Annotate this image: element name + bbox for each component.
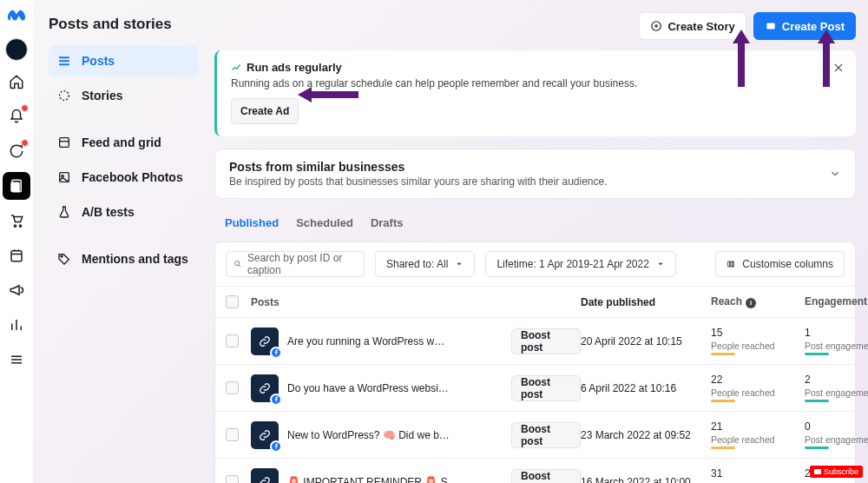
trend-icon [231, 63, 241, 73]
sidebar-item-abtests[interactable]: A/B tests [49, 196, 199, 228]
table-row[interactable]: New to WordPress? 🧠 Did we b…Boost post2… [215, 412, 855, 459]
row-checkbox[interactable] [226, 428, 239, 441]
svg-rect-4 [11, 251, 22, 261]
lifetime-filter[interactable]: Lifetime: 1 Apr 2019-21 Apr 2022 [485, 251, 675, 277]
posts-table: Search by post ID or caption Shared to: … [214, 242, 856, 483]
row-checkbox[interactable] [226, 381, 239, 394]
sidebar-item-posts[interactable]: Posts [49, 45, 199, 76]
svg-rect-14 [766, 23, 774, 30]
search-input[interactable]: Search by post ID or caption [226, 251, 365, 277]
reach-metric: 21People reached [711, 420, 805, 449]
post-title: 🚨 IMPORTANT REMINDER 🚨 S… [287, 476, 511, 484]
shared-to-label: Shared to: All [386, 258, 448, 270]
button-label: Create Ad [240, 105, 289, 117]
row-checkbox[interactable] [226, 475, 239, 483]
svg-rect-6 [59, 60, 69, 62]
page-title: Posts and stories [49, 16, 199, 33]
rail-cart-icon[interactable] [3, 207, 30, 235]
tab-scheduled[interactable]: Scheduled [296, 213, 353, 233]
button-label: Create Story [667, 20, 734, 33]
search-icon [233, 259, 242, 269]
rail-posts-icon[interactable] [3, 172, 30, 200]
plus-circle-icon [650, 20, 662, 32]
boost-post-button[interactable]: Boost post [511, 469, 581, 484]
photo-icon [57, 170, 71, 184]
subscribe-overlay[interactable]: Subscribe [810, 466, 863, 478]
post-title: Do you have a WordPress websi… [287, 382, 511, 394]
grid-icon [57, 136, 71, 149]
boost-post-button[interactable]: Boost post [511, 375, 581, 401]
search-placeholder: Search by post ID or caption [247, 252, 357, 276]
post-thumbnail [251, 421, 279, 449]
row-checkbox[interactable] [226, 334, 239, 347]
svg-marker-21 [818, 30, 835, 87]
sidebar-item-photos[interactable]: Facebook Photos [49, 162, 199, 193]
sidebar-item-label: Mentions and tags [82, 252, 188, 266]
info-icon: i [746, 298, 756, 308]
sidebar-item-feed[interactable]: Feed and grid [49, 127, 199, 158]
sidebar-item-stories[interactable]: Stories [49, 80, 199, 111]
annotation-arrow [731, 30, 752, 87]
svg-marker-19 [298, 87, 358, 103]
select-all-checkbox[interactable] [226, 295, 239, 308]
main: Create Story Create Post Run ads regular… [211, 0, 868, 483]
avatar[interactable] [5, 38, 28, 61]
post-date: 16 March 2022 at 10:00 [581, 476, 711, 484]
facebook-badge-icon [270, 440, 282, 453]
rail-insights-icon[interactable] [3, 311, 30, 339]
customise-columns-button[interactable]: Customise columns [715, 251, 845, 277]
rail-megaphone-icon[interactable] [3, 276, 30, 304]
engagement-metric: 0Post engagements [805, 420, 868, 449]
shared-to-filter[interactable]: Shared to: All [375, 251, 475, 277]
reach-metric: 15People reached [711, 327, 805, 355]
engagement-metric: 1Post engagements [805, 327, 868, 355]
post-title: New to WordPress? 🧠 Did we b… [287, 429, 511, 441]
table-row[interactable]: Do you have a WordPress websi…Boost post… [215, 365, 855, 412]
rail-calendar-icon[interactable] [3, 242, 30, 269]
svg-point-15 [235, 261, 240, 266]
caret-down-icon [656, 260, 665, 268]
filter-row: Search by post ID or caption Shared to: … [215, 242, 855, 287]
button-label: Customise columns [742, 258, 833, 270]
post-icon [765, 20, 777, 32]
sidebar-item-mentions[interactable]: Mentions and tags [49, 243, 199, 275]
svg-rect-18 [733, 261, 734, 267]
similar-businesses-card[interactable]: Posts from similar businesses Be inspire… [214, 149, 856, 199]
svg-point-12 [61, 255, 62, 257]
sidebar: Posts and stories Posts Stories Feed and… [33, 0, 211, 483]
table-header: Posts Date published Reachi Engagementi … [215, 287, 855, 318]
columns-icon [727, 260, 735, 268]
meta-logo-icon [7, 7, 26, 26]
tab-published[interactable]: Published [225, 213, 279, 233]
boost-post-button[interactable]: Boost post [511, 328, 581, 354]
rail-home-icon[interactable] [3, 68, 30, 96]
create-post-button[interactable]: Create Post [753, 12, 856, 40]
col-header-reach: Reachi [711, 295, 805, 308]
create-ad-button[interactable]: Create Ad [231, 98, 299, 124]
post-thumbnail [251, 328, 279, 355]
rail-bell-icon[interactable] [3, 103, 30, 130]
engagement-metric: 2Post engagements [805, 374, 868, 402]
flask-icon [57, 205, 71, 219]
stories-icon [57, 89, 71, 103]
boost-post-button[interactable]: Boost post [511, 422, 581, 448]
svg-point-2 [14, 225, 16, 227]
col-header-posts: Posts [251, 296, 511, 308]
svg-point-8 [60, 91, 69, 101]
table-row[interactable]: Are you running a WordPress w…Boost post… [215, 318, 855, 365]
rail-menu-icon[interactable] [3, 346, 30, 374]
table-row[interactable]: 🚨 IMPORTANT REMINDER 🚨 S…Boost post16 Ma… [215, 459, 855, 483]
rail-inbox-icon[interactable] [3, 137, 30, 165]
banner-title-text: Run ads regularly [247, 61, 342, 74]
tab-drafts[interactable]: Drafts [371, 213, 404, 233]
svg-rect-7 [59, 63, 69, 65]
svg-rect-9 [60, 138, 69, 148]
sidebar-item-label: Stories [82, 89, 122, 103]
sidebar-item-label: Posts [82, 54, 115, 68]
nav-rail [0, 0, 33, 483]
top-bar: Create Story Create Post [214, 12, 856, 40]
sidebar-item-label: Facebook Photos [82, 170, 183, 184]
annotation-arrow [816, 30, 837, 87]
svg-rect-16 [728, 261, 730, 267]
subscribe-label: Subscribe [824, 467, 858, 476]
